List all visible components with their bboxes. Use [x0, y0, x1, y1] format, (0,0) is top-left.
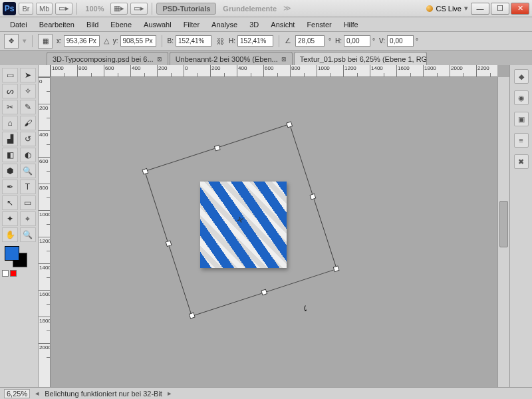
menu-bild[interactable]: Bild: [80, 19, 104, 31]
menu-hilfe[interactable]: Hilfe: [338, 19, 364, 31]
transform-tool-icon[interactable]: ✥: [4, 34, 19, 49]
transform-handle[interactable]: [189, 313, 196, 319]
transform-handle[interactable]: [166, 240, 172, 247]
w-label: B:: [168, 37, 174, 45]
w-field[interactable]: 152,41%: [176, 35, 211, 47]
zoom-level-label[interactable]: 100%: [81, 5, 108, 13]
wand-tool-icon[interactable]: ✧: [20, 84, 36, 98]
close-icon[interactable]: ⊠: [157, 56, 162, 63]
lasso-tool-icon[interactable]: ᔕ: [2, 84, 18, 98]
arrange-docs-button[interactable]: ▦▸: [110, 3, 128, 15]
transform-handle[interactable]: [261, 289, 267, 295]
close-icon[interactable]: ⊠: [281, 56, 287, 63]
transform-handle[interactable]: [142, 168, 148, 175]
menu-ansicht[interactable]: Ansicht: [265, 19, 301, 31]
workspace-grundelemente[interactable]: Grundelemente: [219, 5, 281, 13]
cslive-label: CS Live: [436, 5, 462, 13]
menu-filter[interactable]: Filter: [178, 19, 205, 31]
eraser-tool-icon[interactable]: ◧: [2, 148, 18, 162]
reference-point-icon[interactable]: ▦: [38, 34, 53, 49]
panel-dock: ◆ ◉ ▣ ≡ ✖: [509, 65, 532, 387]
doc-tab-active[interactable]: Textur_01.psb bei 6,25% (Ebene 1, RGB/8)…: [294, 52, 427, 65]
window-maximize-button[interactable]: ☐: [491, 3, 509, 15]
window-minimize-button[interactable]: —: [471, 3, 489, 15]
menu-ebene[interactable]: Ebene: [104, 19, 138, 31]
canvas[interactable]: ✛ ⤹: [51, 77, 497, 387]
hand-tool-icon[interactable]: ✋: [2, 227, 18, 242]
ruler-origin[interactable]: [39, 65, 51, 77]
layers-panel-icon[interactable]: ◆: [514, 69, 529, 84]
zoom-tool-icon[interactable]: 🔍: [20, 227, 36, 242]
dodge-tool-icon[interactable]: 🔍: [20, 164, 36, 178]
arrow-tool-icon[interactable]: ➤: [20, 68, 36, 82]
channels-panel-icon[interactable]: ◉: [514, 90, 529, 105]
bridge-button[interactable]: Br: [19, 3, 33, 15]
stamp-tool-icon[interactable]: ▟: [2, 132, 18, 146]
h-field[interactable]: 152,41%: [237, 35, 273, 47]
x-field[interactable]: 953,36 Px: [64, 35, 100, 47]
skew-h-field[interactable]: 0,00: [344, 35, 370, 47]
crop-tool-icon[interactable]: ✂: [2, 100, 18, 114]
status-prev-icon[interactable]: ◂: [35, 389, 39, 398]
gradient-tool-icon[interactable]: ◐: [20, 148, 36, 162]
skew-v-unit: °: [416, 37, 418, 45]
history-panel-icon[interactable]: ≡: [514, 133, 529, 148]
options-bar: ✥ ▾ ▦ x:953,36 Px △ y:908,55 Px B:152,41…: [0, 32, 532, 51]
doc-tab[interactable]: Unbenannt-2 bei 300% (Eben...⊠: [170, 52, 293, 65]
heal-tool-icon[interactable]: ⌂: [2, 116, 18, 130]
menu-datei[interactable]: Datei: [4, 19, 33, 31]
pen-tool-icon[interactable]: ✒: [2, 180, 18, 194]
type-tool-icon[interactable]: T: [20, 180, 36, 194]
transform-bounding-box[interactable]: ✛: [144, 124, 337, 317]
delta-icon[interactable]: △: [104, 37, 109, 45]
minibridge-button[interactable]: Mb: [36, 3, 53, 15]
window-close-button[interactable]: ✕: [511, 3, 529, 15]
transform-center-icon[interactable]: ✛: [236, 215, 245, 225]
transform-handle[interactable]: [214, 145, 221, 152]
properties-panel-icon[interactable]: ✖: [514, 154, 529, 169]
quickmask-icons[interactable]: [2, 270, 36, 277]
blur-tool-icon[interactable]: ⬢: [2, 164, 18, 178]
3d-cam-tool-icon[interactable]: ⌖: [20, 211, 36, 226]
angle-icon: ∠: [285, 37, 291, 45]
menu-3d[interactable]: 3D: [243, 19, 265, 31]
transform-handle[interactable]: [286, 121, 293, 128]
shape-tool-icon[interactable]: ▭: [20, 196, 36, 210]
menu-analyse[interactable]: Analyse: [205, 19, 243, 31]
move-tool-icon[interactable]: ▭: [2, 68, 18, 82]
transform-handle[interactable]: [333, 265, 340, 272]
brush-tool-icon[interactable]: 🖌: [20, 116, 36, 130]
color-swatches[interactable]: [2, 246, 36, 269]
tools-panel: ▭ ➤ ᔕ ✧ ✂ ✎ ⌂ 🖌 ▟ ↺ ◧ ◐ ⬢ 🔍 ✒ T ↖ ▭ ✦ ⌖ …: [0, 65, 39, 387]
fg-color-swatch[interactable]: [5, 246, 19, 261]
link-wh-icon[interactable]: ⛓: [215, 37, 225, 45]
workspace-psdtutorials[interactable]: PSD-Tutorials: [156, 3, 216, 15]
skew-v-field[interactable]: 0,00: [387, 35, 414, 47]
eyedropper-tool-icon[interactable]: ✎: [20, 100, 36, 114]
screen-mode-button[interactable]: ▭▸: [55, 3, 72, 15]
paths-panel-icon[interactable]: ▣: [514, 112, 529, 126]
scrollbar-thumb[interactable]: [499, 201, 508, 247]
status-next-icon[interactable]: ▸: [168, 389, 172, 398]
menu-bearbeiten[interactable]: Bearbeiten: [33, 19, 80, 31]
screen-button[interactable]: ▭▸: [130, 3, 148, 15]
cslive-button[interactable]: CS Live ▾: [426, 4, 468, 13]
ruler-vertical[interactable]: 0200400600800100012001400160018002000: [39, 77, 51, 387]
ruler-horizontal[interactable]: 1000800600400200020040060080010001200140…: [51, 65, 497, 77]
status-message: Belichtung funktioniert nur bei 32-Bit: [45, 390, 162, 398]
doc-tab-label: 3D-Typocomposing.psd bei 6...: [53, 55, 154, 63]
y-field[interactable]: 908,55 Px: [120, 35, 156, 47]
status-zoom[interactable]: 6,25%: [4, 389, 30, 398]
3d-tool-icon[interactable]: ✦: [2, 211, 18, 226]
menu-fenster[interactable]: Fenster: [301, 19, 337, 31]
cslive-icon: [426, 5, 433, 12]
skew-h-label: H:: [335, 37, 342, 45]
menu-auswahl[interactable]: Auswahl: [138, 19, 178, 31]
workspace-more-icon[interactable]: ≫: [283, 4, 291, 13]
transform-handle[interactable]: [309, 194, 316, 200]
scrollbar-vertical[interactable]: [497, 77, 509, 387]
doc-tab[interactable]: 3D-Typocomposing.psd bei 6...⊠: [47, 52, 168, 65]
angle-field[interactable]: 28,05: [295, 35, 325, 47]
history-brush-icon[interactable]: ↺: [20, 132, 36, 146]
path-tool-icon[interactable]: ↖: [2, 196, 18, 210]
